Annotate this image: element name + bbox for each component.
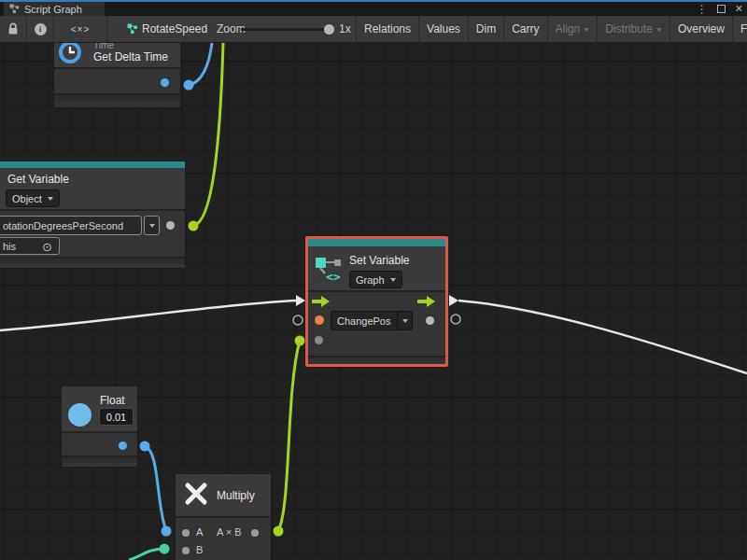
- fullscreen-button[interactable]: Full Screen: [732, 16, 747, 42]
- focus-indicator: [0, 0, 747, 2]
- variable-scope-dropdown[interactable]: Graph: [349, 271, 402, 288]
- zoom-slider-handle[interactable]: [324, 24, 334, 35]
- chevron-down-icon: [402, 319, 408, 323]
- code-preview-button[interactable]: <×>: [54, 16, 106, 42]
- control-input-port[interactable]: [312, 295, 331, 308]
- window-menu-icon[interactable]: ⋮: [697, 4, 708, 15]
- control-wire-out[interactable]: [458, 301, 747, 373]
- close-icon[interactable]: ✕: [735, 3, 743, 15]
- value-output-port[interactable]: [119, 441, 127, 450]
- multiply-icon: [183, 481, 209, 507]
- port-label: A: [196, 526, 203, 538]
- window-controls: ⋮ ✕: [697, 2, 743, 16]
- variable-scope-dropdown[interactable]: Object: [6, 189, 60, 207]
- relations-button[interactable]: Relations: [356, 16, 418, 42]
- node-title: Get Variable: [7, 173, 69, 186]
- wire-endpoint[interactable]: [274, 526, 284, 537]
- wire-endpoint[interactable]: [295, 336, 305, 346]
- info-button[interactable]: i: [27, 16, 53, 42]
- float-icon: [68, 403, 92, 427]
- wire-endpoint[interactable]: [189, 221, 199, 231]
- unity-script-graph-window: Script Graph ⋮ ✕ i <×>: [0, 0, 747, 560]
- multiply-b-wire[interactable]: [129, 549, 164, 560]
- graph-canvas[interactable]: Time Get Delta Time Get Variable Object …: [0, 43, 747, 560]
- control-output-port[interactable]: [417, 295, 436, 308]
- float-value-input[interactable]: 0.01: [99, 408, 134, 426]
- carry-button[interactable]: Carry: [503, 16, 546, 42]
- get-variable-wire[interactable]: [193, 43, 223, 226]
- port-label: A × B: [217, 526, 242, 538]
- wire-endpoint[interactable]: [140, 441, 150, 452]
- graph-variable-icon: <>: [314, 255, 342, 283]
- svg-text:<>: <>: [326, 270, 341, 283]
- value-input-port-b[interactable]: [182, 547, 190, 554]
- delta-time-wire[interactable]: [189, 43, 212, 85]
- zoom-slider-track[interactable]: [241, 28, 331, 31]
- overview-button[interactable]: Overview: [669, 16, 732, 42]
- info-icon: i: [35, 23, 47, 35]
- node-title: Multiply: [217, 489, 255, 502]
- wire-endpoint[interactable]: [162, 526, 172, 537]
- chevron-down-icon: [149, 224, 155, 228]
- node-accent-bar: [0, 161, 185, 168]
- multiply-to-setvariable-wire[interactable]: [278, 341, 300, 531]
- dim-button[interactable]: Dim: [468, 16, 503, 42]
- wire-endpoint[interactable]: [184, 80, 194, 91]
- variable-name-field[interactable]: otationDegreesPerSecond: [0, 216, 142, 235]
- variable-name-dropdown[interactable]: ChangePos: [331, 311, 413, 330]
- node-set-variable[interactable]: <> Set Variable Graph: [308, 239, 445, 364]
- tab-script-graph[interactable]: Script Graph: [4, 2, 105, 16]
- value-output-port[interactable]: [166, 221, 175, 230]
- toolbar-buttons: Relations Values Dim Carry Align Distrib…: [356, 16, 747, 42]
- value-output-port[interactable]: [251, 529, 259, 537]
- chevron-down-icon: [656, 28, 662, 32]
- node-accent-bar: [308, 239, 445, 246]
- value-input-port-a[interactable]: [182, 529, 190, 537]
- value-output-port[interactable]: [161, 78, 169, 87]
- clock-icon: [58, 43, 82, 64]
- node-multiply[interactable]: Multiply A A × B B: [176, 474, 271, 560]
- float-to-multiply-wire[interactable]: [145, 446, 166, 531]
- object-picker-icon[interactable]: ⊙: [42, 241, 52, 253]
- control-wire-in[interactable]: [0, 301, 296, 330]
- control-wire-out-arrow[interactable]: [449, 295, 458, 306]
- graph-toolbar: i <×> RotateSpeed Zoom 1x Relations Valu…: [0, 16, 747, 43]
- variable-target-field[interactable]: his ⊙: [0, 237, 60, 255]
- graph-breadcrumb[interactable]: RotateSpeed: [142, 22, 207, 35]
- selection-outline: <> Set Variable Graph: [305, 236, 448, 367]
- chevron-down-icon: [48, 197, 53, 201]
- empty-port-ring[interactable]: [451, 315, 460, 324]
- variable-name-dropdown-button[interactable]: [397, 312, 412, 329]
- control-wire-in-arrow[interactable]: [296, 295, 305, 306]
- variable-name-dropdown-button[interactable]: [144, 216, 160, 235]
- values-button[interactable]: Values: [418, 16, 468, 42]
- value-output-port[interactable]: [426, 316, 434, 325]
- title-bar: Script Graph ⋮ ✕: [0, 0, 747, 16]
- graph-tab-icon: [9, 4, 20, 14]
- port-label: B: [196, 544, 203, 555]
- code-icon: <×>: [71, 24, 91, 35]
- graph-breadcrumb-icon: [127, 23, 138, 37]
- zoom-value: 1x: [339, 22, 351, 35]
- node-title: Float: [100, 394, 125, 407]
- empty-port-ring[interactable]: [293, 315, 303, 325]
- value-input-port[interactable]: [315, 315, 324, 325]
- maximize-icon[interactable]: [717, 5, 726, 13]
- chevron-down-icon: [584, 28, 589, 32]
- distribute-dropdown[interactable]: Distribute: [597, 16, 669, 42]
- node-category: Time: [93, 43, 114, 50]
- align-dropdown[interactable]: Align: [547, 16, 598, 42]
- tab-label: Script Graph: [24, 4, 82, 15]
- lock-button[interactable]: [0, 16, 26, 42]
- node-get-delta-time[interactable]: Time Get Delta Time: [54, 43, 180, 107]
- value-input-port[interactable]: [315, 336, 323, 344]
- node-float[interactable]: Float 0.01: [62, 386, 137, 467]
- chevron-down-icon: [390, 278, 396, 282]
- node-title: Get Delta Time: [93, 50, 168, 63]
- node-get-variable[interactable]: Get Variable Object otationDegreesPerSec…: [0, 161, 185, 268]
- wire-endpoint[interactable]: [160, 544, 170, 554]
- node-title: Set Variable: [349, 254, 409, 267]
- lock-icon: [7, 22, 19, 35]
